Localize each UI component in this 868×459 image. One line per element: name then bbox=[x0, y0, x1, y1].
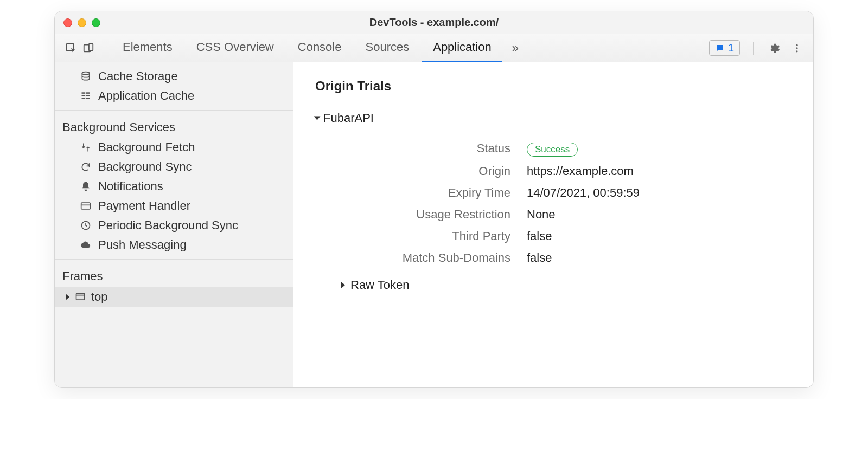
devtools-window: DevTools - example.com/ Elements CSS Ove… bbox=[54, 11, 814, 388]
sidebar-item-payment-handler[interactable]: Payment Handler bbox=[55, 196, 293, 216]
svg-point-5 bbox=[796, 50, 797, 52]
inspect-element-icon[interactable] bbox=[63, 41, 79, 56]
raw-token-label: Raw Token bbox=[350, 278, 409, 292]
tab-sources[interactable]: Sources bbox=[354, 34, 420, 62]
subdomains-label: Match Sub-Domains bbox=[369, 251, 510, 265]
status-value: Success bbox=[527, 141, 792, 157]
origin-trials-heading: Origin Trials bbox=[315, 79, 792, 94]
frame-icon bbox=[75, 292, 86, 302]
close-window-button[interactable] bbox=[63, 18, 72, 27]
origin-label: Origin bbox=[369, 164, 510, 178]
chevron-right-icon bbox=[341, 282, 345, 288]
svg-rect-11 bbox=[82, 98, 86, 99]
bell-icon bbox=[80, 180, 92, 192]
sidebar-item-label: Periodic Background Sync bbox=[98, 218, 238, 232]
sidebar-item-label: Background Fetch bbox=[98, 140, 195, 154]
expiry-label: Expiry Time bbox=[369, 186, 510, 200]
sidebar-item-periodic-sync[interactable]: Periodic Background Sync bbox=[55, 216, 293, 235]
database-icon bbox=[80, 70, 92, 82]
sidebar-item-label: Application Cache bbox=[98, 89, 194, 103]
svg-rect-2 bbox=[89, 43, 93, 50]
window-controls bbox=[63, 18, 100, 27]
sidebar-item-application-cache[interactable]: Application Cache bbox=[55, 86, 293, 106]
chat-icon bbox=[715, 43, 725, 53]
tab-css-overview[interactable]: CSS Overview bbox=[186, 34, 285, 62]
subdomains-value: false bbox=[527, 251, 792, 265]
cloud-icon bbox=[80, 239, 92, 251]
sidebar-item-label: Notifications bbox=[98, 179, 163, 193]
toolbar-divider-right bbox=[753, 42, 754, 55]
svg-rect-10 bbox=[86, 95, 90, 96]
window-title: DevTools - example.com/ bbox=[369, 16, 499, 29]
sidebar-item-cache-storage[interactable]: Cache Storage bbox=[55, 67, 293, 86]
usage-value: None bbox=[527, 208, 792, 222]
sidebar-item-label: Cache Storage bbox=[98, 69, 178, 83]
sidebar-section-background: Background Services Background Fetch Bac… bbox=[55, 111, 293, 260]
titlebar: DevTools - example.com/ bbox=[55, 11, 813, 34]
sidebar-section-cache: Cache Storage Application Cache bbox=[55, 62, 293, 111]
thirdparty-label: Third Party bbox=[369, 229, 510, 243]
sync-icon bbox=[80, 161, 92, 173]
sidebar-item-notifications[interactable]: Notifications bbox=[55, 177, 293, 196]
raw-token-row[interactable]: Raw Token bbox=[341, 278, 792, 292]
main-panel: Origin Trials FubarAPI Status Success Or… bbox=[293, 62, 813, 387]
sidebar-item-push-messaging[interactable]: Push Messaging bbox=[55, 235, 293, 255]
clock-icon bbox=[80, 219, 92, 231]
usage-label: Usage Restriction bbox=[369, 208, 510, 222]
minimize-window-button[interactable] bbox=[78, 18, 86, 27]
tab-elements[interactable]: Elements bbox=[112, 34, 183, 62]
toolbar-divider bbox=[104, 42, 104, 55]
frames-top-label: top bbox=[91, 290, 108, 304]
sidebar-item-label: Push Messaging bbox=[98, 238, 187, 252]
svg-point-6 bbox=[82, 72, 89, 75]
trial-name: FubarAPI bbox=[323, 111, 374, 125]
status-label: Status bbox=[369, 141, 510, 157]
credit-card-icon bbox=[80, 200, 92, 212]
more-tabs-icon[interactable]: » bbox=[505, 41, 526, 55]
device-toolbar-icon[interactable] bbox=[81, 41, 96, 56]
expiry-value: 14/07/2021, 00:59:59 bbox=[527, 186, 792, 200]
application-sidebar: Cache Storage Application Cache Backgrou… bbox=[55, 62, 293, 387]
sidebar-item-label: Payment Handler bbox=[98, 199, 190, 213]
sidebar-item-background-fetch[interactable]: Background Fetch bbox=[55, 138, 293, 157]
maximize-window-button[interactable] bbox=[92, 18, 100, 27]
grid-icon bbox=[80, 90, 92, 102]
svg-rect-15 bbox=[76, 293, 85, 300]
right-tools: 1 bbox=[709, 40, 805, 56]
issues-count: 1 bbox=[728, 42, 734, 54]
tab-console[interactable]: Console bbox=[287, 34, 353, 62]
frames-top-item[interactable]: top bbox=[55, 287, 293, 307]
chevron-right-icon bbox=[66, 294, 69, 300]
sidebar-heading-frames: Frames bbox=[55, 264, 293, 287]
svg-rect-12 bbox=[86, 98, 90, 99]
sidebar-section-frames: Frames top bbox=[55, 260, 293, 312]
sidebar-heading-background: Background Services bbox=[55, 115, 293, 138]
trial-row[interactable]: FubarAPI bbox=[315, 108, 792, 128]
content-area: Cache Storage Application Cache Backgrou… bbox=[55, 62, 813, 387]
devtools-tabbar: Elements CSS Overview Console Sources Ap… bbox=[55, 34, 813, 62]
issues-button[interactable]: 1 bbox=[709, 40, 740, 56]
tab-application[interactable]: Application bbox=[422, 34, 502, 62]
trial-details: Status Success Origin https://example.co… bbox=[369, 141, 792, 265]
svg-rect-9 bbox=[82, 95, 86, 96]
svg-point-3 bbox=[796, 44, 797, 46]
svg-rect-7 bbox=[82, 92, 86, 94]
svg-rect-13 bbox=[81, 203, 91, 209]
origin-value: https://example.com bbox=[527, 164, 792, 178]
svg-rect-8 bbox=[86, 92, 90, 94]
kebab-menu-icon[interactable] bbox=[789, 41, 805, 56]
sidebar-item-background-sync[interactable]: Background Sync bbox=[55, 157, 293, 177]
svg-point-4 bbox=[796, 47, 797, 49]
settings-gear-icon[interactable] bbox=[767, 41, 782, 56]
chevron-down-icon bbox=[314, 117, 321, 120]
fetch-icon bbox=[80, 141, 92, 153]
sidebar-item-label: Background Sync bbox=[98, 160, 192, 174]
status-pill: Success bbox=[527, 143, 578, 157]
thirdparty-value: false bbox=[527, 229, 792, 243]
